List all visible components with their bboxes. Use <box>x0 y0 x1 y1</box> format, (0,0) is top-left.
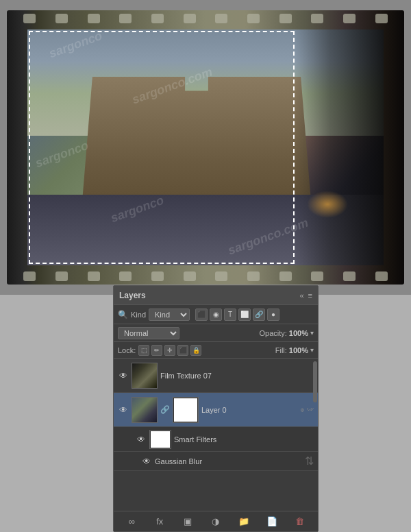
layer-visibility-toggle-gb[interactable]: 👁 <box>141 456 152 467</box>
layer-name-gb: Gaussian Blur <box>155 457 302 466</box>
opacity-value[interactable]: 100% <box>289 329 308 337</box>
bridge-dark-overlay <box>295 29 384 265</box>
layer-info-layer0: Layer 0 <box>201 406 297 414</box>
layer-adjust-icon[interactable]: ⇅ <box>305 455 314 467</box>
layer-mask-thumbnail <box>173 397 199 423</box>
fx-button[interactable]: fx <box>152 514 167 529</box>
fill-chevron-icon[interactable]: ▾ <box>310 346 314 354</box>
panel-menu-icon[interactable]: ≡ <box>308 291 312 300</box>
layer-visibility-toggle[interactable]: 👁 <box>118 404 129 415</box>
panel-header: Layers « ≡ <box>114 286 318 305</box>
perforation <box>151 14 164 23</box>
lock-paint-btn[interactable]: ✏ <box>151 345 162 356</box>
kind-label: Kind <box>131 311 146 319</box>
film-thumb-preview <box>132 363 157 388</box>
type-filter-icon[interactable]: T <box>224 309 236 321</box>
perforation <box>215 14 227 23</box>
layer-thumbnail-bridge <box>132 397 158 423</box>
smart-object-icon: ◎ ᭙ <box>300 406 314 414</box>
layer-item-gaussian-blur[interactable]: 👁 Gaussian Blur ⇅ <box>114 452 318 471</box>
layer-visibility-toggle[interactable]: 👁 <box>118 370 129 381</box>
new-layer-button[interactable]: 📄 <box>264 514 279 529</box>
layer-item-film-texture[interactable]: 👁 Film Texture 07 <box>114 359 318 393</box>
layer-thumbnail-film <box>132 363 158 389</box>
perforation <box>55 14 68 23</box>
layer-link-icon: 🔗 <box>160 405 170 414</box>
perforation <box>279 14 292 23</box>
panel-header-icons: « ≡ <box>299 291 312 300</box>
fill-group: Fill: 100% ▾ <box>275 346 314 354</box>
perforation <box>23 14 36 23</box>
lock-all-btn[interactable]: 🔒 <box>190 345 201 356</box>
folder-button[interactable]: 📁 <box>236 514 251 529</box>
mask-button[interactable]: ▣ <box>180 514 195 529</box>
white-thumb-preview <box>173 398 198 422</box>
layer-item-smart-filters[interactable]: 👁 Smart Filters <box>114 427 318 452</box>
perforation <box>88 14 100 23</box>
perforation <box>375 271 388 281</box>
perforation <box>184 14 196 23</box>
lock-label: Lock: <box>118 346 136 354</box>
perforation <box>88 271 100 281</box>
lock-artboard-btn[interactable]: ⬛ <box>177 345 188 356</box>
blend-mode-dropdown[interactable]: Normal Multiply Screen Overlay <box>118 327 179 339</box>
perforation <box>375 14 388 23</box>
opacity-label: Opacity: <box>260 329 287 337</box>
layers-list: 👁 Film Texture 07 👁 🔗 Layer 0 ◎ ᭙ <box>114 359 318 511</box>
perforation <box>247 14 260 23</box>
perforation <box>184 271 196 281</box>
lock-row: Lock: ⬚ ✏ ✛ ⬛ 🔒 Fill: 100% ▾ <box>114 342 318 359</box>
perforation <box>215 271 227 281</box>
fill-value[interactable]: 100% <box>289 346 308 354</box>
filter-toggle[interactable]: ● <box>267 309 279 321</box>
scroll-indicator[interactable] <box>313 361 317 402</box>
perforation <box>311 271 323 281</box>
panel-title: Layers <box>119 291 146 300</box>
search-icon: 🔍 <box>118 310 128 319</box>
layer-name: Film Texture 07 <box>160 372 314 380</box>
perforation <box>55 271 68 281</box>
perforation <box>343 271 356 281</box>
lock-position-btn[interactable]: ✛ <box>164 345 175 356</box>
layer-name-sf: Smart Filters <box>174 435 314 444</box>
layer-name-layer0: Layer 0 <box>201 406 297 414</box>
panel-footer: ∞ fx ▣ ◑ 📁 📄 🗑 <box>114 511 318 531</box>
adjustment-button[interactable]: ◑ <box>208 514 223 529</box>
layer-info-sf: Smart Filters <box>174 435 314 444</box>
collapse-icon[interactable]: « <box>299 291 303 300</box>
layer-item-layer0[interactable]: 👁 🔗 Layer 0 ◎ ᭙ <box>114 393 318 427</box>
blend-row: Normal Multiply Screen Overlay Opacity: … <box>114 324 318 342</box>
film-perforations-top <box>7 14 404 23</box>
smart-filter-icon[interactable]: 🔗 <box>253 309 265 321</box>
film-image-area <box>27 29 384 265</box>
sf-thumb-preview <box>150 431 171 448</box>
layer-info: Film Texture 07 <box>160 372 314 380</box>
delete-button[interactable]: 🗑 <box>292 514 307 529</box>
layer-visibility-toggle-sf[interactable]: 👁 <box>136 434 147 445</box>
perforation <box>247 271 260 281</box>
opacity-chevron-icon[interactable]: ▾ <box>310 329 314 337</box>
filter-row: 🔍 Kind Kind ⬛ ◉ T ⬜ 🔗 ● <box>114 305 318 324</box>
perforation <box>279 271 292 281</box>
layers-panel: Layers « ≡ 🔍 Kind Kind ⬛ ◉ T ⬜ 🔗 ● Norma… <box>113 285 319 532</box>
perforation <box>23 271 36 281</box>
shape-filter-icon[interactable]: ⬜ <box>238 309 251 321</box>
bridge-warm-light <box>307 191 348 218</box>
canvas-area: sargonco sargonco.com sargonco sargonco … <box>0 0 411 295</box>
opacity-group: Opacity: 100% ▾ <box>260 329 314 337</box>
film-strip: sargonco sargonco.com sargonco sargonco … <box>7 10 404 285</box>
film-perforations-bottom <box>7 271 404 281</box>
perforation <box>151 271 164 281</box>
layer-info-gb: Gaussian Blur <box>155 457 302 466</box>
lock-transparent-btn[interactable]: ⬚ <box>138 345 149 356</box>
fill-label: Fill: <box>275 346 287 354</box>
pixel-filter-icon[interactable]: ⬛ <box>195 309 208 321</box>
link-layers-button[interactable]: ∞ <box>124 514 139 529</box>
bridge-thumb-preview <box>132 398 157 422</box>
perforation <box>119 271 132 281</box>
filter-icons: ⬛ ◉ T ⬜ 🔗 ● <box>195 309 279 321</box>
kind-dropdown[interactable]: Kind <box>149 309 190 321</box>
adjustment-filter-icon[interactable]: ◉ <box>210 309 222 321</box>
layer-right-controls: ⇅ <box>305 455 314 468</box>
lock-icons: ⬚ ✏ ✛ ⬛ 🔒 <box>138 345 201 356</box>
